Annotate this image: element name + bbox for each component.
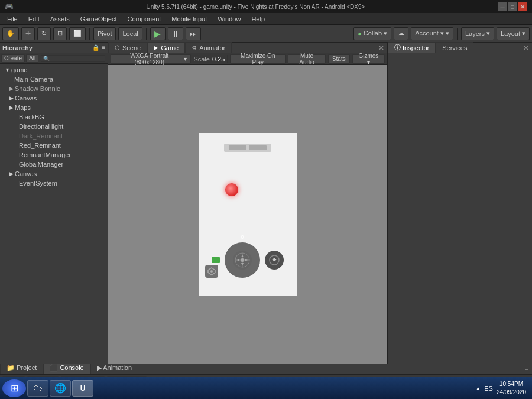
- hierarchy-all-btn[interactable]: All: [26, 54, 38, 63]
- hierarchy-item-game[interactable]: ▼ game: [0, 65, 108, 74]
- hierarchy-item-maps[interactable]: ▶ Maps: [0, 103, 108, 112]
- project-tab-icon: 📁: [7, 364, 17, 371]
- tab-game[interactable]: ▶ Game: [147, 42, 185, 53]
- start-button[interactable]: ⊞: [2, 379, 26, 397]
- menu-gameobject[interactable]: GameObject: [76, 14, 122, 24]
- action-button[interactable]: [265, 251, 284, 270]
- tab-console[interactable]: ⬛ Console: [43, 364, 90, 374]
- tool-scale[interactable]: ⊡: [53, 27, 67, 40]
- arrow-icon: ▶: [9, 105, 14, 111]
- collab-button[interactable]: ● Collab ▾: [353, 27, 391, 40]
- chrome-icon: 🌐: [54, 382, 66, 394]
- game-view: 0: [108, 65, 387, 364]
- hierarchy-panel: Hierarchy 🔒 ≡ Create All 🔍 ▼ game Main C…: [0, 43, 108, 364]
- bottom-panel-menu-icon[interactable]: ≡: [521, 367, 532, 374]
- tool-rotate[interactable]: ↻: [37, 27, 51, 40]
- hierarchy-item-shadow-bonnie[interactable]: ▶ Shadow Bonnie: [0, 84, 108, 93]
- hierarchy-item-blackbg[interactable]: BlackBG: [0, 112, 108, 122]
- stats-btn[interactable]: Stats: [328, 54, 350, 64]
- item-label: Maps: [15, 104, 31, 111]
- game-toolbar: WXGA Portrait (800x1280) ▾ Scale 0.25 Ma…: [108, 53, 387, 65]
- hierarchy-item-canvas-1[interactable]: ▶ Canvas: [0, 93, 108, 103]
- tabs-close-icon[interactable]: ✕: [375, 43, 387, 53]
- tab-inspector[interactable]: ⓘ Inspector: [388, 42, 436, 53]
- pivot-button[interactable]: Pivot: [93, 27, 116, 40]
- joystick-crosshair: [234, 252, 251, 268]
- title-bar: 🎮 Unity 5.6.7f1 (64bit) - game.unity - F…: [0, 0, 532, 13]
- menu-help[interactable]: Help: [246, 14, 270, 24]
- scale-label: Scale: [193, 56, 210, 63]
- play-button[interactable]: ▶: [150, 27, 166, 40]
- hierarchy-create-btn[interactable]: Create: [1, 54, 25, 63]
- layers-label: Layers: [465, 30, 485, 37]
- tool-move[interactable]: ✛: [21, 27, 35, 40]
- taskbar-file-explorer[interactable]: 🗁: [27, 380, 48, 397]
- menu-component[interactable]: Component: [122, 14, 166, 24]
- item-label: game: [11, 66, 28, 73]
- counter-label: 0: [241, 234, 244, 240]
- hierarchy-item-global-manager[interactable]: GlobalManager: [0, 160, 108, 169]
- maximize-button[interactable]: □: [508, 2, 517, 11]
- hierarchy-item-remnant-manager[interactable]: RemnantManager: [0, 150, 108, 160]
- svg-marker-8: [237, 259, 239, 261]
- hierarchy-item-directional-light[interactable]: Directional light: [0, 122, 108, 131]
- layout-dropdown[interactable]: Layout ▾: [497, 27, 530, 40]
- aspect-label: WXGA Portrait (800x1280): [115, 53, 184, 66]
- separator-2: [146, 28, 147, 40]
- hierarchy-item-dark-remnant[interactable]: Dark_Remnant: [0, 131, 108, 141]
- minimize-button[interactable]: ─: [498, 2, 507, 11]
- maximize-on-play-btn[interactable]: Maximize On Play: [230, 54, 286, 64]
- scale-value: 0.25: [212, 56, 225, 63]
- item-label: Dark_Remnant: [19, 132, 63, 140]
- file-explorer-icon: 🗁: [33, 383, 43, 394]
- tab-animation[interactable]: ▶ Animation: [90, 364, 138, 374]
- menu-assets[interactable]: Assets: [46, 14, 74, 24]
- tray-chevron[interactable]: ▲: [475, 385, 481, 391]
- step-button[interactable]: ⏭: [186, 27, 201, 40]
- tool-rect[interactable]: ⬜: [69, 27, 86, 40]
- item-label: Main Camera: [14, 76, 53, 83]
- taskbar-unity[interactable]: U: [72, 380, 93, 397]
- aspect-ratio-btn[interactable]: WXGA Portrait (800x1280) ▾: [111, 54, 191, 64]
- hierarchy-header: Hierarchy 🔒 ≡: [0, 43, 108, 53]
- item-label: Canvas: [15, 95, 37, 102]
- menu-window[interactable]: Window: [213, 14, 245, 24]
- taskbar-chrome[interactable]: 🌐: [50, 380, 71, 397]
- menu-edit[interactable]: Edit: [24, 14, 44, 24]
- pause-button[interactable]: ⏸: [168, 27, 183, 40]
- hierarchy-menu-icon[interactable]: ≡: [102, 44, 105, 51]
- hierarchy-item-eventsystem[interactable]: EventSystem: [0, 179, 108, 188]
- tab-project[interactable]: 📁 Project: [0, 364, 43, 374]
- services-tab-label: Services: [442, 44, 467, 51]
- joystick[interactable]: 0: [225, 242, 260, 278]
- arrow-icon: ▼: [5, 67, 10, 73]
- inspector-tab-label: Inspector: [403, 44, 429, 51]
- local-button[interactable]: Local: [118, 27, 142, 40]
- tool-hand[interactable]: ✋: [2, 27, 19, 40]
- tab-services[interactable]: Services: [436, 42, 473, 53]
- game-icon: ▶: [154, 44, 158, 51]
- menu-file[interactable]: File: [2, 14, 22, 24]
- hierarchy-item-red-remnant[interactable]: Red_Remnant: [0, 141, 108, 150]
- item-label: Shadow Bonnie: [15, 85, 60, 92]
- tab-animator[interactable]: ⚙ Animator: [185, 42, 232, 53]
- taskbar: ⊞ 🗁 🌐 U ▲ ES 10:54PM 24/09/2020: [0, 377, 532, 399]
- right-panel-close-icon[interactable]: ✕: [520, 43, 532, 53]
- arrow-icon: ▶: [9, 86, 14, 92]
- tab-scene-label: Scene: [122, 44, 141, 51]
- hierarchy-lock-icon[interactable]: 🔒: [92, 44, 99, 51]
- menu-mobile-input[interactable]: Mobile Input: [167, 14, 212, 24]
- close-button[interactable]: ✕: [518, 2, 527, 11]
- account-chevron: ▾: [446, 30, 449, 37]
- account-dropdown[interactable]: Account ▾ ▾: [411, 27, 453, 40]
- hierarchy-item-main-camera[interactable]: Main Camera: [0, 74, 108, 84]
- hierarchy-item-canvas-2[interactable]: ▶ Canvas: [0, 169, 108, 179]
- tab-scene[interactable]: ⬡ Scene: [108, 42, 147, 53]
- taskbar-tray: ▲ ES 10:54PM 24/09/2020: [472, 380, 530, 397]
- layers-dropdown[interactable]: Layers ▾: [461, 27, 494, 40]
- project-tab-label: Project: [17, 364, 37, 371]
- cloud-button[interactable]: ☁: [394, 27, 408, 40]
- search-icon: 🔍: [43, 56, 50, 61]
- mute-audio-btn[interactable]: Mute Audio: [288, 54, 326, 64]
- gizmos-btn[interactable]: Gizmos ▾: [352, 54, 385, 64]
